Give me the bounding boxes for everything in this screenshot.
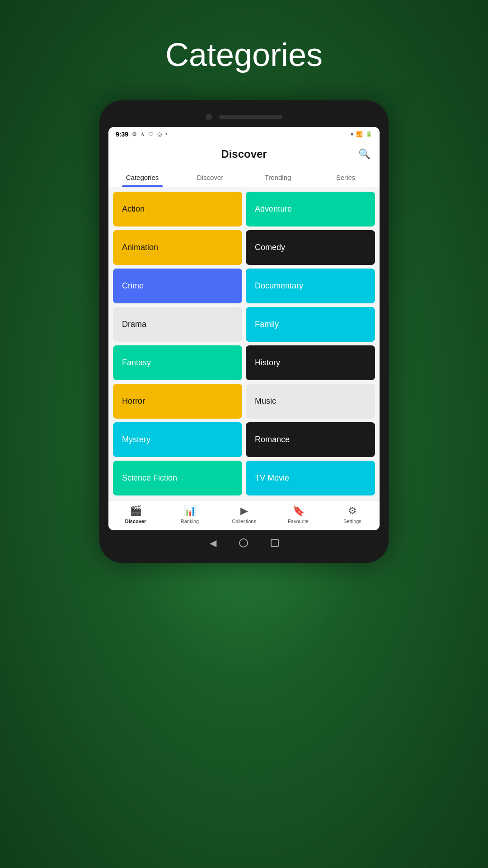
back-button[interactable]: ◀ [210,538,216,548]
nav-settings[interactable]: ⚙ Settings [334,505,371,524]
category-documentary[interactable]: Documentary [246,269,375,303]
category-tv-movie[interactable]: TV Movie [246,461,375,495]
gear-icon: ⚙ [132,131,137,137]
category-fantasy[interactable]: Fantasy [113,345,242,380]
category-mystery[interactable]: Mystery [113,422,242,457]
category-romance[interactable]: Romance [246,422,375,457]
category-crime-label: Crime [122,281,144,291]
tab-trending[interactable]: Trending [244,167,312,187]
category-crime[interactable]: Crime [113,269,242,303]
phone-notch [108,109,380,127]
category-science-fiction-label: Science Fiction [122,473,177,483]
phone-device: 9:39 ⚙ 𝐀 🛡 ◎ • ▾ 📶 🔋 Discover 🔍 Categori… [99,100,389,563]
bottom-nav: 🎬 Discover 📊 Ranking ▶ Collections 🔖 Fav… [108,500,380,530]
nav-collections[interactable]: ▶ Collections [226,505,262,524]
nav-ranking[interactable]: 📊 Ranking [172,505,208,524]
category-comedy-label: Comedy [255,243,285,252]
category-documentary-label: Documentary [255,281,303,291]
wifi-icon: ▾ [351,131,353,137]
app-header: Discover 🔍 [108,142,380,167]
categories-grid: Action Adventure Animation Comedy Crime … [108,187,380,500]
shield-icon: 🛡 [148,131,154,137]
a-icon: 𝐀 [141,131,145,137]
category-horror[interactable]: Horror [113,384,242,419]
page-title: Categories [165,36,323,73]
settings-icon: ⚙ [348,505,357,517]
nav-discover[interactable]: 🎬 Discover [117,505,154,524]
category-music-label: Music [255,396,276,406]
category-history-label: History [255,358,280,368]
phone-bottom-bar: ◀ [108,530,380,554]
favourite-icon: 🔖 [292,505,305,517]
category-tv-movie-label: TV Movie [255,473,289,483]
category-family[interactable]: Family [246,307,375,342]
home-button[interactable] [239,538,248,547]
category-drama-label: Drama [122,320,146,329]
signal-icon: 📶 [356,131,363,137]
status-left: 9:39 ⚙ 𝐀 🛡 ◎ • [116,131,167,138]
tabs-row: Categories Discover Trending Series [108,167,380,187]
category-animation-label: Animation [122,243,158,252]
recents-button[interactable] [271,539,279,547]
app-title: Discover [221,148,267,160]
category-adventure[interactable]: Adventure [246,192,375,226]
status-bar: 9:39 ⚙ 𝐀 🛡 ◎ • ▾ 📶 🔋 [108,127,380,142]
discover-icon: 🎬 [130,505,142,517]
category-comedy[interactable]: Comedy [246,230,375,265]
category-romance-label: Romance [255,435,290,444]
collections-icon: ▶ [240,505,248,517]
category-animation[interactable]: Animation [113,230,242,265]
front-camera [206,114,212,120]
dot-icon: • [165,131,167,137]
speaker-grille [219,115,282,119]
category-history[interactable]: History [246,345,375,380]
category-action[interactable]: Action [113,192,242,226]
search-button[interactable]: 🔍 [358,148,371,160]
battery-icon: 🔋 [366,131,372,137]
category-drama[interactable]: Drama [113,307,242,342]
category-fantasy-label: Fantasy [122,358,151,368]
category-action-label: Action [122,204,145,214]
phone-screen: 9:39 ⚙ 𝐀 🛡 ◎ • ▾ 📶 🔋 Discover 🔍 Categori… [108,127,380,530]
tab-series[interactable]: Series [312,167,380,187]
category-horror-label: Horror [122,396,145,406]
status-time: 9:39 [116,131,128,138]
category-science-fiction[interactable]: Science Fiction [113,461,242,495]
category-mystery-label: Mystery [122,435,150,444]
nav-favourite-label: Favourite [288,519,309,524]
nav-favourite[interactable]: 🔖 Favourite [280,505,316,524]
nav-ranking-label: Ranking [181,519,199,524]
tab-discover[interactable]: Discover [176,167,244,187]
status-right: ▾ 📶 🔋 [351,131,372,137]
ranking-icon: 📊 [184,505,196,517]
nav-discover-label: Discover [125,519,146,524]
nav-collections-label: Collections [232,519,256,524]
tab-categories[interactable]: Categories [108,167,176,187]
nav-settings-label: Settings [343,519,361,524]
category-family-label: Family [255,320,279,329]
target-icon: ◎ [157,131,162,137]
category-music[interactable]: Music [246,384,375,419]
category-adventure-label: Adventure [255,204,292,214]
